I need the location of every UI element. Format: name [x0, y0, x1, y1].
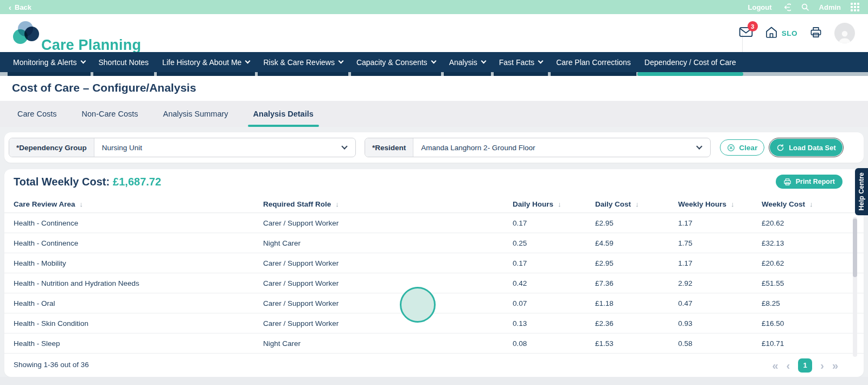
logout-icon[interactable]	[782, 3, 791, 12]
last-page-icon[interactable]: »	[832, 360, 838, 371]
nav-item-care-plan-corrections[interactable]: Care Plan Corrections	[556, 52, 631, 72]
cell-weekly-hours: 1.75	[678, 239, 762, 247]
cell-weekly-cost: £10.71	[762, 339, 864, 348]
cell-required-staff-role: Night Carer	[263, 239, 513, 247]
sort-icon[interactable]: ↓	[809, 200, 813, 208]
cell-care-review-area: Health - Sleep	[14, 339, 263, 348]
tab-analysis-summary[interactable]: Analysis Summary	[157, 101, 233, 127]
nav-item-risk-care-reviews[interactable]: Risk & Care Reviews	[263, 52, 342, 72]
next-page-icon[interactable]: ›	[820, 360, 824, 371]
table-row[interactable]: Health - SleepNight Carer0.08£1.530.58£1…	[4, 333, 864, 354]
sort-icon[interactable]: ↓	[731, 200, 735, 208]
column-header-label: Required Staff Role	[263, 200, 331, 208]
first-page-icon[interactable]: «	[772, 360, 778, 371]
resident-select[interactable]: *Resident Amanda Langhorn 2- Ground Floo…	[365, 138, 711, 157]
search-icon[interactable]	[801, 3, 809, 11]
cell-weekly-hours: 0.47	[678, 299, 762, 307]
cell-weekly-cost: £51.55	[762, 279, 864, 287]
back-label: Back	[15, 3, 31, 11]
sort-icon[interactable]: ↓	[635, 200, 639, 208]
apps-grid-icon[interactable]	[851, 3, 859, 11]
scrollbar-thumb[interactable]	[853, 219, 857, 277]
cell-weekly-cost: £20.62	[762, 219, 864, 227]
title-band: Cost of Care – Configure/Analysis	[0, 76, 868, 101]
load-button-label: Load Data Set	[789, 144, 836, 152]
cell-daily-cost: £4.59	[595, 239, 678, 247]
column-header-daily-cost[interactable]: Daily Cost↓	[595, 200, 678, 208]
load-data-set-button[interactable]: Load Data Set	[770, 139, 843, 156]
cell-daily-cost: £2.95	[595, 219, 678, 227]
cell-weekly-cost: £8.25	[762, 299, 864, 307]
sort-icon[interactable]: ↓	[558, 200, 561, 208]
tab-analysis-details[interactable]: Analysis Details	[248, 101, 319, 127]
nav-item-capacity-consents[interactable]: Capacity & Consents	[356, 52, 436, 72]
column-header-required-staff-role[interactable]: Required Staff Role↓	[263, 200, 513, 208]
clear-circle-x-icon	[727, 144, 735, 152]
cell-daily-cost: £1.53	[595, 339, 678, 348]
cell-daily-cost: £7.36	[595, 279, 678, 287]
nav-item-label: Shortcut Notes	[99, 58, 149, 67]
current-page-button[interactable]: 1	[798, 358, 812, 373]
cell-care-review-area: Health - Oral	[14, 299, 263, 307]
column-header-weekly-cost[interactable]: Weekly Cost↓	[762, 200, 864, 208]
help-centre-tab[interactable]: Help Centre	[855, 168, 868, 215]
tab-non-care-costs[interactable]: Non-Care Costs	[76, 101, 144, 127]
cell-required-staff-role: Carer / Support Worker	[263, 319, 513, 328]
app-root: ‹ Back Logout Admin Care Planning 3	[0, 0, 868, 385]
site-code-label: SLO	[782, 29, 797, 37]
chevron-down-icon	[338, 59, 343, 64]
nav-item-label: Care Plan Corrections	[556, 58, 631, 67]
table-row[interactable]: Health - MobilityCarer / Support Worker0…	[4, 253, 864, 273]
table-row[interactable]: Health - Nutrition and Hydration NeedsCa…	[4, 273, 864, 293]
column-header-care-review-area[interactable]: Care Review Area↓	[14, 200, 263, 208]
total-weekly-cost: Total Weekly Cost:£1,687.72	[14, 176, 161, 188]
table-scrollbar[interactable]	[853, 217, 857, 357]
column-header-weekly-hours[interactable]: Weekly Hours↓	[678, 200, 762, 208]
column-header-daily-hours[interactable]: Daily Hours↓	[513, 200, 595, 208]
clear-button[interactable]: Clear	[720, 139, 764, 156]
cell-care-review-area: Health - Skin Condition	[14, 319, 263, 328]
table-row[interactable]: Health - ContinenceNight Carer0.25£4.591…	[4, 233, 864, 253]
column-header-label: Care Review Area	[14, 200, 75, 208]
cell-daily-hours: 0.17	[513, 259, 595, 267]
printer-icon	[783, 178, 792, 186]
top-utility-bar: ‹ Back Logout Admin	[0, 0, 868, 14]
cell-weekly-hours: 1.17	[678, 259, 762, 267]
table-row[interactable]: Health - Skin ConditionCarer / Support W…	[4, 313, 864, 333]
resident-value: Amanda Langhorn 2- Ground Floor	[413, 144, 697, 152]
nav-item-label: Dependency / Cost of Care	[644, 58, 736, 67]
help-centre-label: Help Centre	[858, 172, 865, 210]
nav-item-label: Monitoring & Alerts	[13, 58, 77, 67]
admin-menu[interactable]: Admin	[819, 3, 841, 11]
cell-weekly-hours: 0.93	[678, 319, 762, 328]
nav-item-analysis[interactable]: Analysis	[449, 52, 486, 72]
nav-item-life-history-about-me[interactable]: Life History & About Me	[162, 52, 250, 72]
nav-item-monitoring-alerts[interactable]: Monitoring & Alerts	[13, 52, 85, 72]
topbar-actions: Logout Admin	[748, 3, 860, 12]
back-button[interactable]: ‹ Back	[9, 3, 31, 11]
nav-item-shortcut-notes[interactable]: Shortcut Notes	[99, 52, 149, 72]
cell-daily-hours: 0.08	[513, 339, 595, 348]
tab-care-costs[interactable]: Care Costs	[12, 101, 62, 127]
table-row[interactable]: Health - ContinenceCarer / Support Worke…	[4, 213, 864, 233]
nav-item-label: Fast Facts	[499, 58, 534, 67]
avatar[interactable]	[834, 23, 855, 43]
nav-item-dependency-cost-of-care[interactable]: Dependency / Cost of Care	[644, 52, 736, 72]
logout-button[interactable]: Logout	[748, 3, 772, 11]
header-icons: 3 SLO	[739, 14, 855, 52]
print-icon[interactable]	[809, 26, 822, 41]
nav-item-fast-facts[interactable]: Fast Facts	[499, 52, 542, 72]
main-nav: Monitoring & AlertsShortcut NotesLife Hi…	[0, 52, 868, 72]
sort-icon[interactable]: ↓	[335, 200, 339, 208]
chevron-down-icon	[80, 59, 86, 64]
table-row[interactable]: Health - OralCarer / Support Worker0.07£…	[4, 293, 864, 313]
messages-button[interactable]: 3	[739, 26, 753, 40]
previous-page-icon[interactable]: ‹	[787, 360, 790, 371]
chevron-down-icon	[431, 59, 436, 64]
dependency-group-select[interactable]: *Dependency Group Nursing Unit	[9, 138, 356, 157]
clear-button-label: Clear	[739, 144, 758, 152]
nav-item-label: Analysis	[449, 58, 477, 67]
print-report-button[interactable]: Print Report	[776, 175, 843, 189]
sort-icon[interactable]: ↓	[80, 200, 84, 208]
home-button[interactable]: SLO	[765, 26, 797, 40]
